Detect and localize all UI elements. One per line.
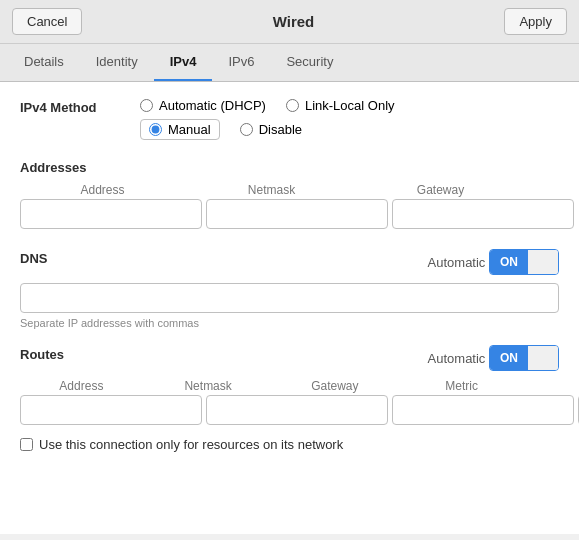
tab-details[interactable]: Details (8, 44, 80, 81)
netmask-input[interactable] (206, 199, 388, 229)
ipv4-method-label: IPv4 Method (20, 98, 140, 115)
header: Cancel Wired Apply (0, 0, 579, 44)
method-link-local-label: Link-Local Only (305, 98, 395, 113)
radio-disable[interactable] (240, 123, 253, 136)
tab-identity[interactable]: Identity (80, 44, 154, 81)
addresses-section: Addresses Address Netmask Gateway ⚪ (20, 160, 559, 229)
address-input[interactable] (20, 199, 202, 229)
col-remove-header (527, 183, 559, 197)
address-row: ⚪ (20, 199, 559, 229)
radio-link-local[interactable] (286, 99, 299, 112)
window-title: Wired (273, 13, 315, 30)
method-auto[interactable]: Automatic (DHCP) (140, 98, 266, 113)
routes-toggle-off-area (528, 346, 558, 370)
route-row: ⚪ (20, 395, 559, 425)
method-manual-label: Manual (168, 122, 211, 137)
dns-label: DNS (20, 251, 47, 266)
gateway-input[interactable] (392, 199, 574, 229)
only-resources-row: Use this connection only for resources o… (20, 437, 559, 452)
method-link-local[interactable]: Link-Local Only (286, 98, 395, 113)
routes-col-netmask-header: Netmask (147, 379, 270, 393)
apply-button[interactable]: Apply (504, 8, 567, 35)
route-gateway-input[interactable] (392, 395, 574, 425)
method-auto-label: Automatic (DHCP) (159, 98, 266, 113)
only-resources-label: Use this connection only for resources o… (39, 437, 343, 452)
col-gateway-header: Gateway (358, 183, 523, 197)
routes-col-metric-header: Metric (400, 379, 523, 393)
route-netmask-input[interactable] (206, 395, 388, 425)
tab-security[interactable]: Security (270, 44, 349, 81)
dns-header-row: DNS Automatic ON (20, 249, 559, 275)
radio-manual[interactable] (149, 123, 162, 136)
dns-auto-toggle-wrapper: Automatic ON (428, 249, 559, 275)
dns-auto-label: Automatic (428, 255, 486, 270)
cancel-button[interactable]: Cancel (12, 8, 82, 35)
dns-hint: Separate IP addresses with commas (20, 317, 559, 329)
routes-toggle-on-indicator: ON (490, 346, 528, 370)
method-row-2: Manual Disable (140, 119, 395, 140)
addresses-col-headers: Address Netmask Gateway (20, 183, 559, 197)
toggle-off-area (528, 250, 558, 274)
routes-header-row: Routes Automatic ON (20, 345, 559, 371)
radio-auto[interactable] (140, 99, 153, 112)
col-address-header: Address (20, 183, 185, 197)
routes-col-address-header: Address (20, 379, 143, 393)
col-netmask-header: Netmask (189, 183, 354, 197)
method-options: Automatic (DHCP) Link-Local Only Manual … (140, 98, 395, 140)
method-manual[interactable]: Manual (140, 119, 220, 140)
routes-label: Routes (20, 347, 64, 362)
tabs-bar: Details Identity IPv4 IPv6 Security (0, 44, 579, 82)
toggle-on-indicator: ON (490, 250, 528, 274)
ipv4-content: IPv4 Method Automatic (DHCP) Link-Local … (0, 82, 579, 534)
addresses-label: Addresses (20, 160, 559, 175)
dns-auto-toggle[interactable]: ON (489, 249, 559, 275)
routes-auto-toggle-wrapper: Automatic ON (428, 345, 559, 371)
routes-col-headers: Address Netmask Gateway Metric (20, 379, 559, 393)
routes-auto-label: Automatic (428, 351, 486, 366)
method-disable-label: Disable (259, 122, 302, 137)
dns-section: DNS Automatic ON Separate IP addresses w… (20, 249, 559, 329)
route-address-input[interactable] (20, 395, 202, 425)
method-row-1: Automatic (DHCP) Link-Local Only (140, 98, 395, 113)
method-disable[interactable]: Disable (240, 119, 302, 140)
routes-col-remove-header (527, 379, 559, 393)
dns-input[interactable] (20, 283, 559, 313)
tab-ipv4[interactable]: IPv4 (154, 44, 213, 81)
routes-section: Routes Automatic ON Address Netmask Gate… (20, 345, 559, 425)
routes-col-gateway-header: Gateway (274, 379, 397, 393)
routes-auto-toggle[interactable]: ON (489, 345, 559, 371)
only-resources-checkbox[interactable] (20, 438, 33, 451)
ipv4-method-section: IPv4 Method Automatic (DHCP) Link-Local … (20, 98, 559, 140)
tab-ipv6[interactable]: IPv6 (212, 44, 270, 81)
